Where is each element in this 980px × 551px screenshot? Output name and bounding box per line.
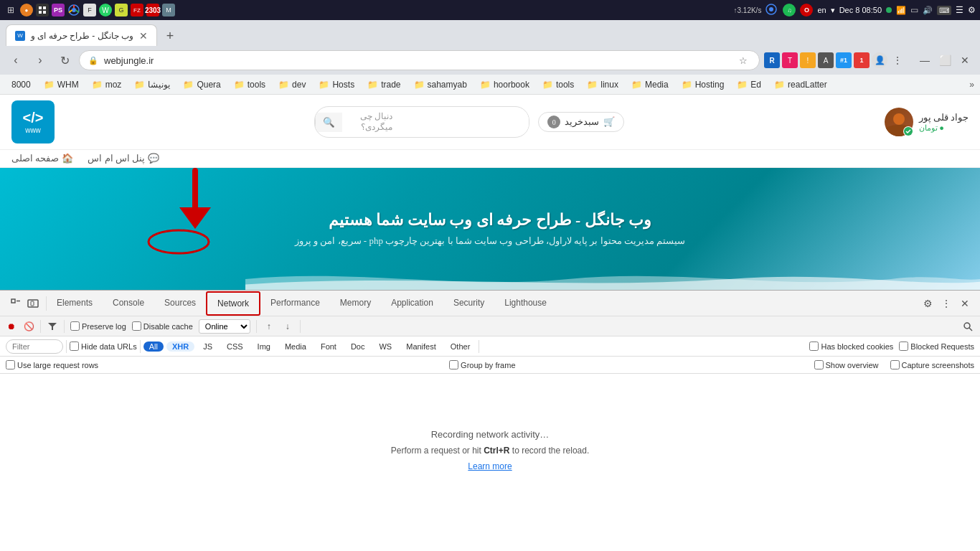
tab-performance[interactable]: Performance: [260, 292, 330, 315]
new-tab-button[interactable]: +: [160, 26, 180, 46]
device-toolbar-icon[interactable]: [26, 296, 40, 311]
bookmark-linux[interactable]: 📁 linux: [581, 78, 624, 91]
blocked-requests-label[interactable]: Blocked Requests: [899, 342, 974, 351]
show-overview-checkbox[interactable]: [814, 360, 824, 369]
sms-panel-link[interactable]: 💬 پنل اس ام اس: [88, 153, 159, 164]
filter-font-button[interactable]: Font: [315, 342, 342, 352]
ext-icon-2[interactable]: T: [782, 52, 798, 68]
main-page-link[interactable]: 🏠 صفحه اصلی: [11, 153, 73, 164]
back-button[interactable]: ‹: [6, 50, 26, 70]
bookmark-trade[interactable]: 📁 trade: [362, 78, 406, 91]
preserve-log-checkbox-label[interactable]: Preserve log: [70, 321, 126, 331]
search-in-network-button[interactable]: [961, 320, 974, 333]
filter-doc-button[interactable]: Doc: [345, 342, 371, 352]
search-input[interactable]: [400, 112, 529, 132]
app-grid-icon[interactable]: ⊞: [4, 4, 17, 17]
hide-data-urls-checkbox[interactable]: [70, 342, 79, 351]
star-icon[interactable]: ☆: [736, 53, 750, 67]
ext-icon-5[interactable]: #1: [836, 52, 852, 68]
cart-button[interactable]: 🛒 سبدخرید 0: [538, 112, 624, 132]
ext-icon-1[interactable]: R: [764, 52, 780, 68]
filter-media-button[interactable]: Media: [279, 342, 312, 352]
group-by-frame-label[interactable]: Group by frame: [449, 360, 515, 369]
filter-icon[interactable]: [47, 321, 58, 332]
bookmark-quera[interactable]: 📁 Quera: [177, 78, 226, 91]
app-icon-chrome[interactable]: [67, 4, 80, 17]
ext-icon-4[interactable]: A: [818, 52, 834, 68]
app-icon-7[interactable]: G: [115, 4, 128, 17]
devtools-close-icon[interactable]: ✕: [957, 296, 973, 311]
filter-img-button[interactable]: Img: [252, 342, 276, 352]
bookmark-whm[interactable]: 📁 WHM: [38, 78, 85, 91]
ext-icon-profile[interactable]: 👤: [872, 52, 887, 68]
bookmark-ed[interactable]: 📁 Ed: [731, 78, 767, 91]
filter-ws-button[interactable]: WS: [373, 342, 397, 352]
minimize-button[interactable]: —: [915, 53, 934, 67]
app-icon-2[interactable]: [36, 4, 49, 17]
address-input[interactable]: 🔒 webjungle.ir ☆: [79, 50, 760, 70]
disable-cache-checkbox[interactable]: [132, 321, 141, 331]
app-icon-1[interactable]: ●: [20, 4, 33, 17]
bookmark-dev[interactable]: 📁 dev: [273, 78, 311, 91]
inspect-element-icon[interactable]: [9, 296, 23, 311]
bookmark-hosting[interactable]: 📁 Hosting: [676, 78, 730, 91]
filter-all-button[interactable]: All: [143, 342, 164, 352]
menu-icon[interactable]: ⋮: [890, 52, 905, 68]
use-large-rows-checkbox[interactable]: [6, 360, 15, 369]
download-har-button[interactable]: ↓: [281, 320, 294, 333]
bookmark-younisha[interactable]: 📁 یونیشا: [128, 78, 176, 91]
filter-js-button[interactable]: JS: [197, 342, 218, 352]
upload-har-button[interactable]: ↑: [263, 320, 275, 333]
filter-manifest-button[interactable]: Manifest: [400, 342, 442, 352]
app-num-2303[interactable]: 2303: [146, 4, 159, 17]
bookmark-moz[interactable]: 📁 moz: [86, 78, 128, 91]
bookmark-hoorbook[interactable]: 📁 hoorbook: [474, 78, 535, 91]
filter-css-button[interactable]: CSS: [221, 342, 249, 352]
app-icon-phpstorm[interactable]: PS: [52, 4, 65, 17]
disable-cache-checkbox-label[interactable]: Disable cache: [132, 321, 193, 331]
show-overview-label[interactable]: Show overview: [814, 360, 879, 369]
bookmark-tools2[interactable]: 📁 tools: [537, 78, 580, 91]
language-indicator[interactable]: en: [817, 6, 826, 14]
tab-lighthouse[interactable]: Lighthouse: [494, 292, 557, 315]
ext-icon-6[interactable]: 1: [854, 52, 870, 68]
bookmark-8000[interactable]: 8000: [6, 78, 37, 91]
tab-close-button[interactable]: ✕: [139, 30, 148, 42]
maximize-button[interactable]: ⬜: [936, 53, 954, 67]
tab-memory[interactable]: Memory: [330, 292, 381, 315]
tab-network[interactable]: Network: [206, 291, 260, 316]
tab-sources[interactable]: Sources: [154, 292, 206, 315]
tab-elements[interactable]: Elements: [47, 292, 103, 315]
close-button[interactable]: ✕: [956, 53, 974, 67]
bookmark-sahamyab[interactable]: 📁 sahamyab: [408, 78, 473, 91]
app-icon-whatsapp[interactable]: W: [99, 4, 112, 17]
bookmark-media[interactable]: 📁 Media: [626, 78, 674, 91]
bookmark-hosts[interactable]: 📁 Hosts: [313, 78, 360, 91]
ext-icon-3[interactable]: !: [800, 52, 816, 68]
has-blocked-cookies-checkbox[interactable]: [809, 342, 819, 351]
hide-data-urls-label[interactable]: Hide data URLs: [70, 342, 137, 351]
tab-application[interactable]: Application: [381, 292, 443, 315]
filter-input[interactable]: [6, 339, 63, 354]
forward-button[interactable]: ›: [30, 50, 50, 70]
search-box[interactable]: دنبال چی میگردی؟ 🔍: [314, 106, 529, 138]
devtools-more-icon[interactable]: ⋮: [938, 296, 954, 311]
record-button[interactable]: ⏺: [6, 321, 17, 332]
tab-console[interactable]: Console: [103, 292, 154, 315]
clear-button[interactable]: 🚫: [23, 321, 34, 332]
filter-other-button[interactable]: Other: [445, 342, 476, 352]
app-icon-filezilla[interactable]: FZ: [131, 4, 143, 17]
bookmark-readlatter[interactable]: 📁 readLatter: [768, 78, 833, 91]
bookmarks-more-button[interactable]: »: [969, 80, 974, 90]
throttle-select[interactable]: Online Fast 3G Slow 3G Offline: [199, 319, 250, 334]
devtools-settings-icon[interactable]: ⚙: [920, 296, 936, 311]
capture-screenshots-label[interactable]: Capture screenshots: [890, 360, 975, 369]
search-button[interactable]: 🔍: [315, 113, 342, 132]
app-icon-5[interactable]: F: [83, 4, 96, 17]
reload-button[interactable]: ↻: [55, 50, 75, 70]
bookmark-tools1[interactable]: 📁 tools: [228, 78, 271, 91]
capture-screenshots-checkbox[interactable]: [890, 360, 900, 369]
filter-xhr-button[interactable]: XHR: [166, 342, 194, 352]
active-tab[interactable]: W وب جانگل - طراح حرفه ای و ✕: [6, 24, 157, 46]
has-blocked-cookies-label[interactable]: Has blocked cookies: [809, 342, 893, 351]
